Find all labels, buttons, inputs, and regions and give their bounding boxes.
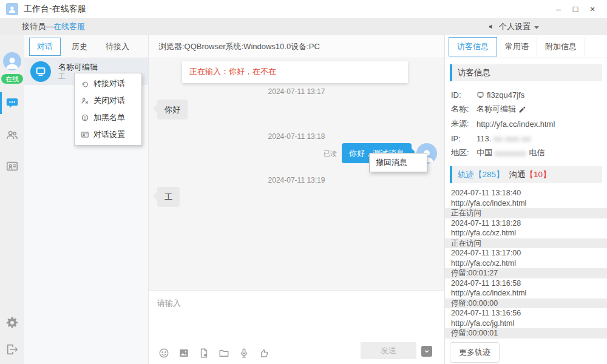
send-button[interactable]: 发送 — [361, 342, 416, 359]
incoming-message: 你好 — [157, 99, 188, 120]
message-list[interactable]: 正在输入：你好，在不在 2024-07-11 13:17 你好 2024-07-… — [149, 58, 444, 290]
menu-item-label: 转接对话 — [93, 78, 125, 89]
section-title: 访客信息 — [458, 67, 490, 78]
menu-item-recall-message[interactable]: 撤回消息 — [370, 153, 427, 172]
track-count-label: 轨迹【285】 — [458, 169, 504, 180]
ip-redacted: xx.xxx.xx — [493, 134, 531, 143]
tab-waiting[interactable]: 待接入 — [98, 38, 137, 55]
sidebar-item-conversations[interactable] — [0, 91, 24, 115]
menu-item-label: 加黑名单 — [93, 112, 125, 123]
menu-item-transfer-conversation[interactable]: 转接对话 — [75, 75, 141, 92]
input-toolbar — [158, 348, 270, 359]
recall-message-menu: 撤回消息 — [369, 153, 427, 172]
personal-settings-menu[interactable]: 个人设置 — [488, 21, 539, 32]
field-label: 名称: — [451, 104, 476, 115]
visitor-info-section-header: 访客信息 — [450, 64, 602, 81]
image-icon[interactable] — [178, 348, 189, 359]
menu-item-blacklist[interactable]: 加黑名单 — [75, 109, 141, 126]
track-url: http://yfa.cc/xz.html — [445, 228, 607, 238]
source-url: http://yfa.cc/index.html — [476, 120, 555, 129]
app-window: 工作台-在线客服 – □ × 接待员— 在线客服 个人设置 在线 — [0, 0, 607, 364]
chat-area: 浏览器:QQBrowser系统:Windows10.0设备:PC 正在输入：你好… — [149, 35, 444, 364]
track-status: 停留:00:00:00 — [445, 298, 607, 309]
menu-item-conversation-settings[interactable]: 对话设置 — [75, 126, 141, 143]
read-status-label: 已读 — [324, 149, 337, 158]
tab-conversations[interactable]: 对话 — [29, 38, 61, 56]
message-bubble[interactable]: 你好 — [157, 99, 188, 120]
typing-indicator: 正在输入：你好，在不在 — [182, 61, 408, 83]
sidebar: 在线 — [0, 35, 24, 364]
field-label: IP: — [451, 134, 476, 143]
visitor-fields: ID: fi3zqu47jfs 名称: 名称可编辑 来源: http://yfa… — [445, 86, 607, 160]
minimize-button[interactable]: – — [550, 2, 567, 16]
visitor-name: 名称可编辑 — [58, 62, 98, 72]
track-time: 2024-07-11 13:16:56 — [445, 308, 607, 318]
visitor-avatar — [30, 61, 51, 82]
close-button[interactable]: × — [584, 2, 601, 16]
window-title: 工作台-在线客服 — [24, 4, 86, 15]
track-time: 2024-07-11 13:18:28 — [445, 218, 607, 229]
tab-quick-replies[interactable]: 常用语 — [497, 38, 537, 56]
field-ip: IP: 113. xx.xxx.xx — [451, 131, 607, 146]
sidebar-item-logout[interactable] — [0, 337, 24, 362]
track-url: http://yfa.cc/jg.html — [445, 318, 607, 329]
track-url: http://yfa.cc/xz.html — [445, 258, 607, 269]
more-tracks-button[interactable]: 更多轨迹 — [450, 342, 500, 363]
thumbs-up-icon[interactable] — [259, 348, 270, 359]
visitor-info-panel: 访客信息 常用语 附加信息 访客信息 ID: fi3zqu47jfs 名称: 名… — [444, 35, 607, 364]
chat-bubble-icon — [5, 96, 19, 110]
message-input[interactable] — [149, 291, 444, 334]
visitor-panel-tabs: 访客信息 常用语 附加信息 — [445, 35, 607, 58]
chevron-down-icon — [423, 348, 430, 355]
field-label: ID: — [451, 90, 476, 99]
track-status: 停留:00:00:01 — [445, 328, 607, 339]
tab-visitor-info[interactable]: 访客信息 — [449, 37, 497, 56]
edit-pencil-icon[interactable] — [518, 106, 526, 113]
conversation-context-menu: 转接对话 关闭对话 加黑名单 对话设置 — [74, 73, 142, 146]
sidebar-item-settings[interactable] — [0, 311, 24, 335]
track-time: 2024-07-11 13:16:58 — [445, 278, 607, 289]
conversation-tabs: 对话 历史 待接入 — [24, 35, 148, 58]
personal-settings-label: 个人设置 — [499, 21, 531, 32]
sidebar-item-contacts[interactable] — [0, 154, 24, 178]
device-pc-icon — [476, 91, 484, 99]
tab-history[interactable]: 历史 — [64, 38, 95, 55]
track-time: 2024-07-11 13:18:40 — [445, 188, 607, 198]
communication-label: 沟通 — [509, 169, 526, 180]
online-status-badge[interactable]: 在线 — [1, 74, 23, 84]
field-source: 来源: http://yfa.cc/index.html — [451, 116, 607, 131]
file-icon[interactable] — [198, 348, 209, 359]
maximize-button[interactable]: □ — [567, 2, 584, 16]
people-icon — [5, 128, 19, 141]
visitor-id-value: fi3zqu47jfs — [487, 90, 524, 99]
visitor-track-list: 2024-07-11 13:18:40 http://yfa.cc/index.… — [445, 188, 607, 339]
region-suffix: 电信 — [529, 147, 545, 158]
receptionist-label: 接待员— — [22, 21, 53, 32]
message-timestamp: 2024-07-11 13:19 — [149, 176, 444, 184]
field-region: 地区: 中国 xxxxxxx 电信 — [451, 146, 607, 160]
menu-item-close-conversation[interactable]: 关闭对话 — [75, 92, 141, 109]
folder-icon[interactable] — [219, 348, 229, 359]
receptionist-name-link[interactable]: 在线客服 — [53, 21, 85, 32]
field-id: ID: fi3zqu47jfs — [451, 87, 607, 102]
region-redacted: xxxxxxx — [495, 149, 527, 158]
tab-extra-info[interactable]: 附加信息 — [537, 38, 585, 56]
send-options-button[interactable] — [421, 346, 432, 357]
field-name: 名称: 名称可编辑 — [451, 102, 607, 116]
message-bubble[interactable]: 工 — [157, 187, 180, 207]
emoji-icon[interactable] — [158, 348, 169, 359]
message-input-area: 发送 — [149, 290, 444, 364]
sidebar-item-visitors[interactable] — [0, 123, 24, 147]
track-time: 2024-07-11 13:17:00 — [445, 248, 607, 258]
microphone-icon[interactable] — [239, 348, 249, 359]
message-timestamp: 2024-07-11 13:18 — [149, 132, 444, 141]
agent-avatar[interactable] — [3, 52, 21, 70]
window-controls: – □ × — [550, 2, 601, 16]
field-label: 地区: — [451, 147, 476, 158]
conversation-settings-icon — [81, 130, 89, 139]
field-label: 来源: — [451, 118, 476, 129]
visitor-meta-bar: 浏览器:QQBrowser系统:Windows10.0设备:PC — [149, 35, 444, 58]
track-status: 停留:00:01:27 — [445, 268, 607, 278]
menu-item-label: 关闭对话 — [93, 95, 125, 106]
title-bar: 工作台-在线客服 – □ × — [0, 0, 607, 18]
